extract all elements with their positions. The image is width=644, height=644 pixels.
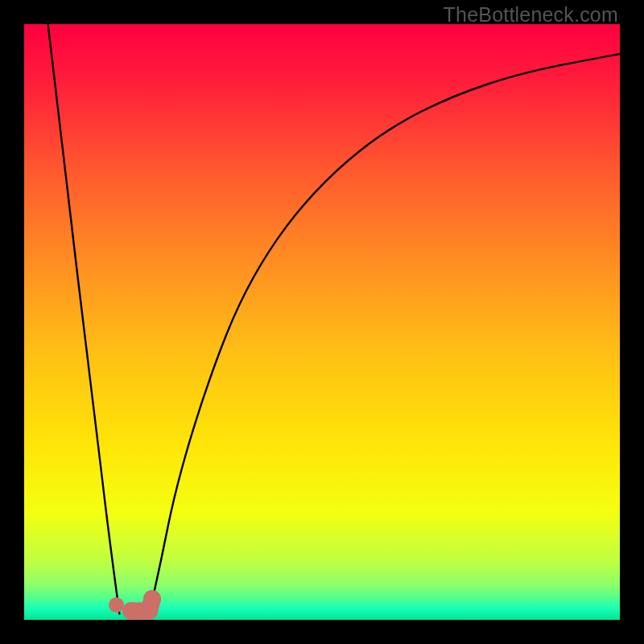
marker-pill-tip [143,590,160,607]
marker-pill-left [122,602,139,619]
watermark-text: TheBottleneck.com [444,3,618,27]
outer-frame: TheBottleneck.com [0,0,644,644]
chart-canvas [24,24,620,620]
gradient-background [24,24,620,620]
plot-area [24,24,620,620]
